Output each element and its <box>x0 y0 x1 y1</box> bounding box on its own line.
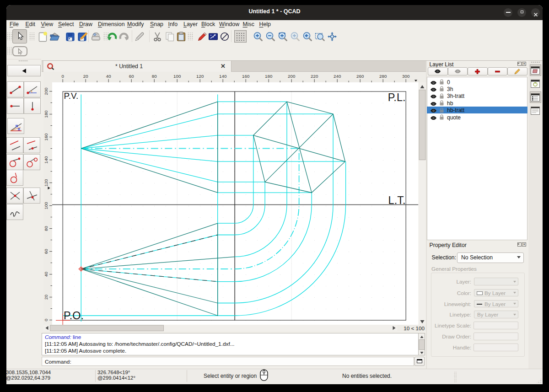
svg-text:180: 180 <box>43 110 48 118</box>
svg-text:20: 20 <box>83 74 88 79</box>
svg-text:160: 160 <box>43 133 48 141</box>
svg-text:200: 200 <box>288 74 296 79</box>
svg-text:20: 20 <box>43 295 48 300</box>
svg-text:P.O.: P.O. <box>64 310 84 322</box>
svg-text:10 < 100: 10 < 100 <box>404 325 425 331</box>
svg-text:200: 200 <box>43 87 48 95</box>
svg-text:140: 140 <box>43 156 48 164</box>
svg-text:120: 120 <box>196 74 204 79</box>
svg-text:80: 80 <box>152 74 157 79</box>
svg-text:0: 0 <box>43 318 48 321</box>
svg-text:240: 240 <box>334 74 341 79</box>
svg-text:0: 0 <box>62 74 65 79</box>
svg-text:120: 120 <box>43 179 48 187</box>
svg-text:40: 40 <box>106 74 111 79</box>
svg-text:P.L.: P.L. <box>388 91 406 103</box>
svg-text:280: 280 <box>379 74 387 79</box>
svg-text:140: 140 <box>219 74 227 79</box>
svg-text:60: 60 <box>43 249 48 254</box>
svg-text:80: 80 <box>43 226 48 231</box>
svg-text:40: 40 <box>43 272 48 277</box>
svg-text:60: 60 <box>129 74 134 79</box>
svg-text:L.T.: L.T. <box>388 194 406 206</box>
svg-text:100: 100 <box>173 74 181 79</box>
svg-text:260: 260 <box>356 74 364 79</box>
svg-text:180: 180 <box>265 74 273 79</box>
svg-text:220: 220 <box>311 74 318 79</box>
svg-text:P.V.: P.V. <box>64 91 79 101</box>
svg-text:300: 300 <box>402 74 410 79</box>
svg-text:100: 100 <box>43 202 48 209</box>
svg-text:160: 160 <box>242 74 250 79</box>
